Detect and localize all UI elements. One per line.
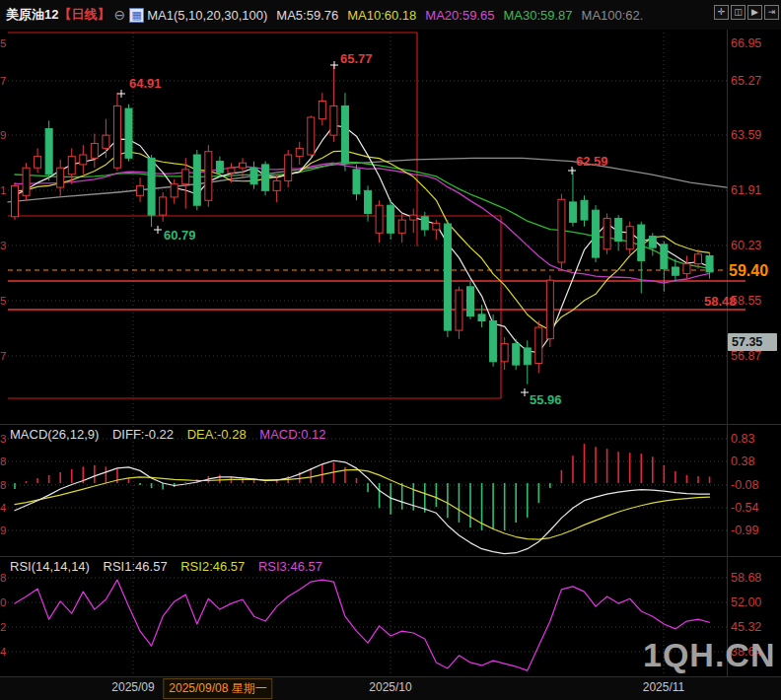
svg-text:1: 1 [0, 184, 6, 196]
time-axis-label: 2025/10 [369, 680, 411, 694]
macd-title[interactable]: MACD(26,12,9) [10, 427, 99, 442]
macd-indicator-label: MACD(26,12,9) DIFF:-0.22 DEA:-0.28 MACD:… [10, 427, 336, 442]
svg-text:8: 8 [0, 455, 6, 467]
svg-text:-0.99: -0.99 [731, 524, 759, 537]
svg-text:63.59: 63.59 [731, 128, 761, 142]
svg-text:55.96: 55.96 [530, 392, 562, 407]
crosshair-date-label: 2025/09/08 星期一 [163, 678, 272, 699]
svg-text:65.77: 65.77 [340, 51, 373, 66]
svg-text:58.68: 58.68 [731, 571, 761, 585]
time-axis-label: 2025/09 [111, 680, 154, 694]
svg-text:3: 3 [0, 240, 6, 251]
svg-text:4: 4 [0, 502, 7, 514]
svg-text:45.32: 45.32 [731, 620, 761, 634]
svg-text:5: 5 [0, 37, 6, 49]
last-price-tag: 59.40 [729, 262, 768, 279]
macd-diff-value: DIFF:-0.22 [112, 427, 174, 442]
macd-macd-value: MACD:0.12 [259, 427, 325, 442]
swing-price-labels: 64.9165.7760.7962.5955.96 [117, 51, 608, 407]
svg-text:8: 8 [0, 572, 6, 584]
rsi2-value: RSI2:46.57 [180, 559, 245, 574]
svg-text:5: 5 [0, 295, 6, 307]
rsi-indicator-label: RSI(14,14,14) RSI1:46.57 RSI2:46.57 RSI3… [10, 559, 332, 574]
rsi3-value: RSI3:46.57 [258, 559, 322, 574]
svg-text:3: 3 [0, 433, 6, 445]
price-chart-svg[interactable]: 64.9165.7760.7962.5955.9666.9565.2763.59… [0, 0, 781, 700]
svg-text:9: 9 [0, 129, 6, 141]
watermark-logo: 1QH.CN [643, 636, 781, 674]
svg-text:0.83: 0.83 [731, 432, 754, 446]
svg-text:7: 7 [0, 75, 6, 87]
svg-text:-0.54: -0.54 [731, 501, 759, 515]
rsi-line [15, 580, 710, 670]
svg-text:64.91: 64.91 [129, 76, 162, 91]
svg-text:60.79: 60.79 [164, 228, 196, 243]
rsi-title[interactable]: RSI(14,14,14) [10, 559, 90, 574]
svg-text:57.35: 57.35 [732, 335, 762, 349]
macd-panel [15, 444, 710, 554]
svg-text:52.00: 52.00 [731, 595, 761, 609]
svg-text:60.23: 60.23 [731, 239, 761, 252]
candlesticks[interactable] [12, 64, 714, 384]
svg-text:0.38: 0.38 [731, 455, 754, 468]
svg-text:0: 0 [0, 596, 6, 608]
svg-text:62.59: 62.59 [576, 154, 608, 169]
time-axis-label: 2025/11 [643, 680, 685, 694]
alert-price-label: 58.48 [704, 294, 737, 309]
svg-text:-0.08: -0.08 [731, 478, 759, 492]
rsi1-value: RSI1:46.57 [104, 559, 168, 574]
svg-text:61.91: 61.91 [731, 183, 761, 197]
svg-text:66.95: 66.95 [731, 36, 761, 50]
svg-text:58.48: 58.48 [704, 294, 737, 309]
time-axis[interactable]: 2025/092025/102025/112025/09/08 星期一 [0, 677, 781, 700]
macd-dea-value: DEA:-0.28 [187, 427, 247, 442]
svg-text:65.27: 65.27 [731, 74, 761, 88]
svg-text:4: 4 [0, 646, 7, 658]
chart-stage[interactable]: 64.9165.7760.7962.5955.9666.9565.2763.59… [0, 0, 781, 700]
svg-text:8: 8 [0, 479, 6, 491]
svg-text:59.40: 59.40 [729, 262, 768, 279]
svg-text:9: 9 [0, 525, 6, 536]
svg-text:7: 7 [0, 350, 6, 362]
svg-text:56.87: 56.87 [731, 349, 761, 363]
svg-text:2: 2 [0, 621, 6, 633]
crosshair-price-tag: 57.35 [728, 333, 777, 351]
